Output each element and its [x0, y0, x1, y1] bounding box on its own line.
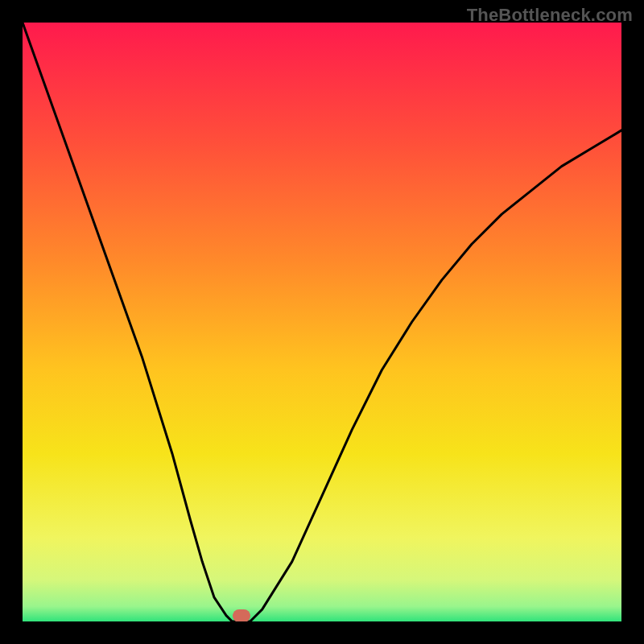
plot-area: [23, 23, 621, 621]
watermark-text: TheBottleneck.com: [467, 5, 633, 26]
optimal-marker: [233, 609, 250, 621]
bottleneck-curve: [23, 23, 621, 621]
chart-frame: TheBottleneck.com: [0, 0, 644, 644]
